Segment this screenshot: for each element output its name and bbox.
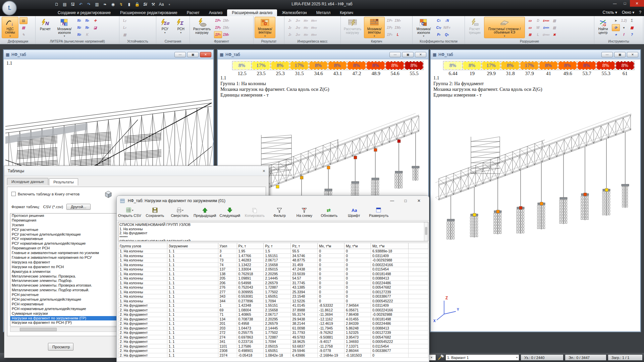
more-icon[interactable]: ⹀ (166, 1, 172, 7)
si-icon[interactable]: Si (142, 1, 148, 7)
toolbar-шрифт[interactable]: AaШрифт (343, 206, 365, 220)
column-header[interactable]: Узел (218, 243, 237, 249)
camera-icon[interactable]: ◉ (110, 1, 116, 7)
column-header[interactable] (409, 243, 428, 249)
table-row[interactable]: 2. На фундамент1. 1691.080042.1565837.89… (118, 308, 428, 312)
toolbar-фильтр[interactable]: Фильтр (268, 206, 290, 220)
maximize-button[interactable]: ▣ (402, 52, 414, 57)
column-header[interactable]: Pz, т (291, 243, 318, 249)
small-button-K[interactable]: K (83, 31, 91, 38)
format-icon[interactable]: Aa (158, 1, 164, 7)
mdi-window-right[interactable]: ▦ НФ_таб — ▣ ✕ 8%8%17%8%17%8%8%8%8%8% 6.… (430, 50, 641, 332)
small-button-▾[interactable]: ▾ (620, 24, 628, 31)
ribbon-button-мозаика-векторы[interactable]: Мозаика/ векторы▾ (364, 17, 385, 38)
book-icon[interactable]: ❧ (102, 1, 108, 7)
small-button-L[interactable]: L (534, 31, 542, 38)
small-button-ΣP[interactable]: ΣPx (214, 17, 222, 24)
small-button-ε[interactable]: εmin (542, 24, 550, 31)
table-row[interactable]: 2. На фундамент1. 1711.408652.0671755.31… (118, 312, 428, 317)
small-button-J[interactable]: Juz (294, 31, 302, 38)
small-button-L[interactable]: Lz (121, 24, 129, 31)
small-button-⌖[interactable]: ⌖ (612, 31, 620, 38)
small-button-J[interactable]: Jux (294, 17, 302, 24)
table-row[interactable]: 2. На фундамент1. 111011.275862.0501553.… (118, 344, 428, 349)
table-row[interactable]: 1. На колонны1. 11371.330042.0501547.243… (118, 267, 428, 272)
close-icon[interactable]: × (263, 168, 265, 174)
table-row[interactable]: 1. На колонны1. 12770.3099551.7750225.33… (118, 290, 428, 294)
dialog-tab-Исходные данные[interactable]: Исходные данные (7, 178, 48, 185)
table-row[interactable]: 1. На колонны1. 12051.098912.1444554.570… (118, 276, 428, 281)
small-button-▤[interactable]: ▤ (19, 24, 28, 31)
table-row[interactable]: 2. На фундамент1. 123080.4989011.6505129… (118, 349, 428, 353)
small-button-ΣP[interactable]: ΣPx (386, 17, 394, 24)
small-button-blank[interactable] (91, 31, 99, 38)
small-button-N[interactable]: N2 (75, 24, 83, 31)
table-row[interactable]: 1. На колонны1. 1731.462832.0671748.8775… (118, 258, 428, 263)
table-row[interactable]: 2. На фундамент1. 12374-0.054181.0842e-1… (118, 353, 428, 358)
small-button-▭[interactable]: ▭ (526, 17, 534, 24)
ribbon-button-рассчитать-нагрузку[interactable]: Рассчитать нагрузку (191, 17, 213, 38)
small-button-W[interactable]: W (534, 24, 542, 31)
menu-Окно[interactable]: Окно ▾ (622, 10, 634, 15)
ribbon-button-найти-центр[interactable]: ↓GНайти центр (595, 17, 611, 38)
minimize-button[interactable]: — (601, 52, 613, 57)
small-button-ε[interactable]: εmax (542, 17, 550, 24)
small-button-C[interactable]: C1y (435, 24, 443, 31)
toolbar-предыдущий[interactable]: Предыдущий (194, 206, 216, 220)
tab-7[interactable]: Металл (312, 9, 335, 16)
cabinet-icon[interactable]: ▥ (94, 1, 100, 7)
small-button-⊠[interactable]: ⊠ (526, 31, 534, 38)
close-button[interactable]: ✕ (415, 52, 426, 57)
small-button-J[interactable]: Jz (286, 31, 294, 38)
tab-8[interactable]: Кирпич (335, 9, 358, 16)
tab-2[interactable]: Расширенное редактирование (115, 9, 182, 16)
toolbar-на-схему[interactable]: На схему (293, 206, 315, 220)
minimize-button[interactable]: — (385, 196, 399, 205)
toolbar-открыть-csv[interactable]: ▾Открыть CSV (118, 206, 141, 220)
toolbar-развернуть[interactable]: Развернуть (368, 206, 390, 220)
small-button-D[interactable]: D (534, 17, 542, 24)
small-button-ΣM[interactable]: ΣMx (222, 17, 230, 24)
small-button-m[interactable]: mx (302, 17, 310, 24)
other-format-button[interactable]: Другой... (66, 204, 91, 210)
new-document-icon[interactable]: 🗋 (54, 1, 60, 7)
small-button-▤[interactable]: ▤ (19, 17, 28, 24)
table-row[interactable]: 2. На фундамент1. 111.423481.5515141.014… (118, 303, 428, 308)
table-row[interactable]: 2. На фундамент1. 12740.6978631.7288749.… (118, 335, 428, 340)
small-button-ΣP[interactable]: ΣPz (214, 31, 222, 38)
tab-1[interactable]: Создание и редактирование (53, 9, 115, 16)
table-row[interactable]: 1. На колонны1. 141.477661.5515134.57460… (118, 253, 428, 258)
column-header[interactable]: Py, т (264, 243, 291, 249)
column-header[interactable]: Px, т (237, 243, 264, 249)
ribbon-button-пластины-стержни-объемные-кэ[interactable]: Пластины/ стержни / объемные КЭ▾ (484, 17, 525, 38)
flash-icon[interactable]: ↯ (118, 1, 124, 7)
small-button-▦[interactable]: ▦ (628, 24, 636, 31)
small-button-m[interactable]: mz (302, 31, 310, 38)
small-button-J[interactable]: Jx (286, 17, 294, 24)
small-button-L[interactable]: Ly (121, 17, 129, 24)
small-button-σ[interactable]: σmax (542, 31, 550, 38)
table-row[interactable]: 1. На колонны1. 131.951.555.5006.93889e-… (118, 249, 428, 254)
small-button-▨[interactable]: ▨ (550, 17, 558, 24)
ribbon-button-ндс-схемы[interactable]: ↓НДС схемы▾ (2, 17, 18, 38)
small-button-f[interactable]: f (620, 31, 628, 38)
small-button-N[interactable]: N3 (75, 31, 83, 38)
close-button[interactable]: ✕ (630, 0, 644, 7)
maximize-button[interactable]: ▣ (614, 52, 626, 57)
small-button-✖[interactable]: ✖ (550, 31, 558, 38)
toolbar-следующий[interactable]: Следующий (219, 206, 241, 220)
small-button-➤[interactable]: ➤ (612, 17, 620, 24)
toolbar-обновить[interactable]: ⇄Обновить (318, 206, 340, 220)
table-row[interactable]: 1. На колонны1. 12760.7520431.7288743.13… (118, 285, 428, 290)
open-folder-icon[interactable]: ▤ (62, 1, 68, 7)
info-vscrollbar[interactable] (424, 222, 428, 241)
app-logo-icon[interactable]: Ꝉ (2, 1, 17, 15)
small-button-m[interactable]: muz (310, 31, 318, 38)
column-header[interactable]: Mx, т*м (318, 243, 344, 249)
small-button-Q[interactable]: Qx (443, 31, 451, 38)
small-button-ΣP[interactable]: ΣPz (386, 31, 394, 38)
results-table[interactable]: Группа узловЗагружениеУзелPx, тPy, тPz, … (118, 243, 428, 362)
close-button[interactable]: ✕ (412, 196, 426, 205)
small-button-⟳[interactable]: ⟳ (612, 24, 620, 31)
small-button-ΣM[interactable]: ΣMy (394, 24, 402, 31)
